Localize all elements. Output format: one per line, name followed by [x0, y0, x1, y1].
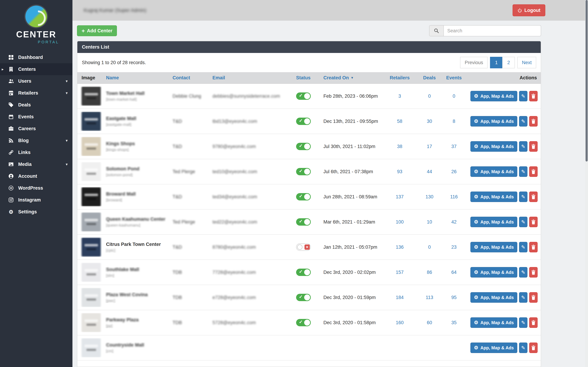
- app-map-ads-button[interactable]: ⚙ App, Map & Ads: [470, 116, 517, 126]
- status-toggle[interactable]: ✓ ✕: [296, 243, 311, 251]
- edit-button[interactable]: ✎: [519, 166, 527, 177]
- sidebar-item-careers[interactable]: Careers: [0, 123, 72, 134]
- status-toggle[interactable]: ✓ ✕: [296, 218, 311, 226]
- logout-button[interactable]: Logout: [513, 4, 545, 16]
- app-map-ads-button[interactable]: ⚙ App, Map & Ads: [470, 141, 517, 152]
- app-map-ads-button[interactable]: ⚙ App, Map & Ads: [470, 192, 517, 202]
- edit-button[interactable]: ✎: [519, 267, 527, 277]
- delete-button[interactable]: [529, 192, 538, 202]
- edit-button[interactable]: ✎: [519, 116, 527, 126]
- column-header-events[interactable]: Events: [442, 75, 466, 81]
- sidebar-item-retailers[interactable]: Retailers ▾: [0, 87, 72, 99]
- add-center-button[interactable]: + Add Center: [77, 25, 117, 36]
- delete-button[interactable]: [529, 267, 538, 277]
- sidebar-item-account[interactable]: Account: [0, 170, 72, 182]
- deals-count-link[interactable]: 86: [417, 270, 442, 275]
- status-toggle[interactable]: ✓ ✕: [296, 92, 311, 100]
- edit-button[interactable]: ✎: [519, 292, 527, 303]
- sidebar-item-users[interactable]: Users ▾: [0, 75, 72, 87]
- app-map-ads-button[interactable]: ⚙ App, Map & Ads: [470, 91, 517, 101]
- delete-button[interactable]: [529, 217, 538, 227]
- deals-count-link[interactable]: 113: [417, 295, 442, 300]
- deals-count-link[interactable]: 0: [417, 93, 442, 99]
- column-header-created-on[interactable]: Created On ▼: [319, 75, 382, 81]
- delete-button[interactable]: [529, 342, 538, 353]
- events-count-link[interactable]: 8: [442, 119, 466, 124]
- delete-button[interactable]: [529, 116, 538, 126]
- deals-count-link[interactable]: 0: [417, 244, 442, 250]
- edit-button[interactable]: ✎: [519, 192, 527, 202]
- status-toggle[interactable]: ✓ ✕: [296, 294, 311, 301]
- pagination-page-2[interactable]: 2: [502, 57, 515, 68]
- events-count-link[interactable]: 26: [442, 169, 466, 175]
- app-map-ads-button[interactable]: ⚙ App, Map & Ads: [470, 267, 517, 277]
- deals-count-link[interactable]: 44: [417, 169, 442, 175]
- sidebar-item-blog[interactable]: Blog ▾: [0, 134, 72, 146]
- events-count-link[interactable]: 42: [442, 219, 466, 225]
- sidebar-item-links[interactable]: Links: [0, 146, 72, 158]
- delete-button[interactable]: [529, 141, 538, 152]
- edit-button[interactable]: ✎: [519, 91, 527, 101]
- retailers-count-link[interactable]: 100: [382, 219, 417, 225]
- retailers-count-link[interactable]: 160: [382, 320, 417, 325]
- retailers-count-link[interactable]: 137: [382, 194, 417, 200]
- status-toggle[interactable]: ✓ ✕: [296, 319, 311, 326]
- search-button[interactable]: [429, 25, 444, 36]
- status-toggle[interactable]: ✓ ✕: [296, 168, 311, 175]
- events-count-link[interactable]: 37: [442, 144, 466, 149]
- delete-button[interactable]: [529, 242, 538, 252]
- edit-button[interactable]: ✎: [519, 317, 527, 328]
- deals-count-link[interactable]: 60: [417, 320, 442, 325]
- deals-count-link[interactable]: 10: [417, 219, 442, 225]
- status-toggle[interactable]: ✓ ✕: [296, 269, 311, 276]
- column-header-name[interactable]: Name: [102, 75, 168, 81]
- retailers-count-link[interactable]: 136: [382, 244, 417, 250]
- events-count-link[interactable]: 35: [442, 320, 466, 325]
- delete-button[interactable]: [529, 166, 538, 177]
- search-input[interactable]: [444, 25, 541, 36]
- delete-button[interactable]: [529, 317, 538, 328]
- status-toggle[interactable]: ✓ ✕: [296, 143, 311, 150]
- events-count-link[interactable]: 116: [442, 194, 466, 200]
- sidebar-item-media[interactable]: Media ▾: [0, 158, 72, 170]
- delete-button[interactable]: [529, 91, 538, 101]
- sidebar-item-centers[interactable]: ▸ Centers: [0, 63, 72, 75]
- retailers-count-link[interactable]: 3: [382, 93, 417, 99]
- edit-button[interactable]: ✎: [519, 217, 527, 227]
- edit-button[interactable]: ✎: [519, 141, 527, 152]
- retailers-count-link[interactable]: 184: [382, 295, 417, 300]
- deals-count-link[interactable]: 30: [417, 119, 442, 124]
- edit-button[interactable]: ✎: [519, 342, 527, 353]
- app-map-ads-button[interactable]: ⚙ App, Map & Ads: [470, 217, 517, 227]
- sidebar-item-dashboard[interactable]: Dashboard: [0, 51, 72, 63]
- column-header-contact[interactable]: Contact: [168, 75, 208, 81]
- deals-count-link[interactable]: 17: [417, 144, 442, 149]
- app-map-ads-button[interactable]: ⚙ App, Map & Ads: [470, 342, 517, 353]
- events-count-link[interactable]: 95: [442, 295, 466, 300]
- sidebar-item-settings[interactable]: ⚙ Settings: [0, 206, 72, 218]
- retailers-count-link[interactable]: 58: [382, 119, 417, 124]
- pagination-next[interactable]: Next: [517, 57, 536, 68]
- events-count-link[interactable]: 64: [442, 270, 466, 275]
- vertical-scrollbar[interactable]: [585, 0, 588, 367]
- deals-count-link[interactable]: 130: [417, 194, 442, 200]
- pagination-page-1[interactable]: 1: [490, 57, 503, 68]
- sidebar-item-instagram[interactable]: Instagram: [0, 194, 72, 206]
- delete-button[interactable]: [529, 292, 538, 303]
- app-map-ads-button[interactable]: ⚙ App, Map & Ads: [470, 317, 517, 328]
- column-header-deals[interactable]: Deals: [417, 75, 442, 81]
- app-map-ads-button[interactable]: ⚙ App, Map & Ads: [470, 166, 517, 177]
- status-toggle[interactable]: ✓ ✕: [296, 118, 311, 125]
- edit-button[interactable]: ✎: [519, 242, 527, 252]
- status-toggle[interactable]: ✓ ✕: [296, 193, 311, 200]
- retailers-count-link[interactable]: 93: [382, 169, 417, 175]
- app-map-ads-button[interactable]: ⚙ App, Map & Ads: [470, 242, 517, 252]
- scrollbar-thumb[interactable]: [586, 0, 588, 161]
- events-count-link[interactable]: 23: [442, 244, 466, 250]
- retailers-count-link[interactable]: 157: [382, 270, 417, 275]
- pagination-previous[interactable]: Previous: [460, 57, 488, 68]
- app-map-ads-button[interactable]: ⚙ App, Map & Ads: [470, 292, 517, 303]
- events-count-link[interactable]: 0: [442, 93, 466, 99]
- column-header-email[interactable]: Email: [208, 75, 292, 81]
- retailers-count-link[interactable]: 38: [382, 144, 417, 149]
